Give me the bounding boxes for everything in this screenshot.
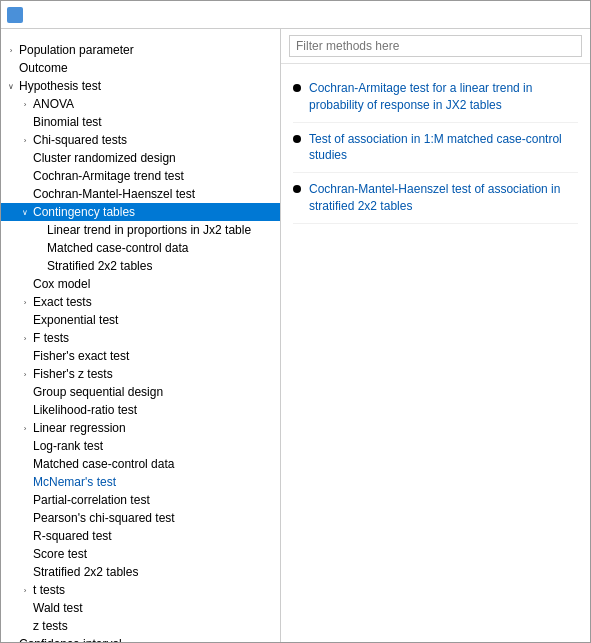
toggle-icon-r-squared-test [19,530,31,542]
tree-label-log-rank-test: Log-rank test [33,439,103,453]
result-dot [293,185,301,193]
toggle-icon-mcnemars-test [19,476,31,488]
titlebar-left [7,7,29,23]
tree-label-partial-correlation-test: Partial-correlation test [33,493,150,507]
toggle-icon-binomial-test [19,116,31,128]
tree-item-binomial-test[interactable]: Binomial test [1,113,280,131]
tree-label-pearsons-chi-squared-test: Pearson's chi-squared test [33,511,175,525]
tree-item-matched-case-control-data[interactable]: Matched case-control data [1,455,280,473]
tree-item-pearsons-chi-squared-test[interactable]: Pearson's chi-squared test [1,509,280,527]
tree-item-partial-correlation-test[interactable]: Partial-correlation test [1,491,280,509]
tree-label-mcnemars-test: McNemar's test [33,475,116,489]
tree-label-chi-squared-tests: Chi-squared tests [33,133,127,147]
left-panel: ›Population parameterOutcome∨Hypothesis … [1,29,281,642]
tree-item-confidence-interval[interactable]: ›Confidence interval [1,635,280,642]
toggle-icon-partial-correlation-test [19,494,31,506]
toggle-icon-t-tests: › [19,584,31,596]
result-item-result-3: Cochran-Mantel-Haenszel test of associat… [293,173,578,224]
methods-header [1,29,280,41]
toggle-icon-stratified-2x2-tables [33,260,45,272]
tree-item-chi-squared-tests[interactable]: ›Chi-squared tests [1,131,280,149]
tree-item-exponential-test[interactable]: Exponential test [1,311,280,329]
close-button[interactable] [564,6,584,24]
toggle-icon-anova: › [19,98,31,110]
tree-item-group-sequential-design[interactable]: Group sequential design [1,383,280,401]
filter-bar [281,29,590,64]
tree-label-fishers-z-tests: Fisher's z tests [33,367,113,381]
toggle-icon-matched-case-control-data [19,458,31,470]
tree-item-r-squared-test[interactable]: R-squared test [1,527,280,545]
tree-label-exponential-test: Exponential test [33,313,118,327]
tree-item-cochran-mantel-haenszel-test[interactable]: Cochran-Mantel-Haenszel test [1,185,280,203]
tree-item-hypothesis-test[interactable]: ∨Hypothesis test [1,77,280,95]
toggle-icon-wald-test [19,602,31,614]
result-dot [293,84,301,92]
tree-label-population-parameter: Population parameter [19,43,134,57]
tree-item-log-rank-test[interactable]: Log-rank test [1,437,280,455]
tree-item-fishers-exact-test[interactable]: Fisher's exact test [1,347,280,365]
tree-item-cox-model[interactable]: Cox model [1,275,280,293]
tree-label-likelihood-ratio-test: Likelihood-ratio test [33,403,137,417]
toggle-icon-hypothesis-test: ∨ [5,80,17,92]
tree-item-exact-tests[interactable]: ›Exact tests [1,293,280,311]
tree-label-anova: ANOVA [33,97,74,111]
toggle-icon-f-tests: › [19,332,31,344]
tree-label-z-tests: z tests [33,619,68,633]
toggle-icon-exponential-test [19,314,31,326]
tree-item-cluster-randomized-design[interactable]: Cluster randomized design [1,149,280,167]
content-area: ›Population parameterOutcome∨Hypothesis … [1,29,590,642]
filter-input[interactable] [289,35,582,57]
tree-item-linear-regression[interactable]: ›Linear regression [1,419,280,437]
result-text-result-3[interactable]: Cochran-Mantel-Haenszel test of associat… [309,181,578,215]
results-panel: Cochran-Armitage test for a linear trend… [281,64,590,642]
tree-item-matched-case-control[interactable]: Matched case-control data [1,239,280,257]
tree-item-contingency-tables[interactable]: ∨Contingency tables [1,203,280,221]
tree-label-stratified-2x2-tables: Stratified 2x2 tables [47,259,152,273]
tree-item-anova[interactable]: ›ANOVA [1,95,280,113]
tree-item-linear-trend-proportions[interactable]: Linear trend in proportions in Jx2 table [1,221,280,239]
toggle-icon-z-tests [19,620,31,632]
tree-item-population-parameter[interactable]: ›Population parameter [1,41,280,59]
toggle-icon-fishers-z-tests: › [19,368,31,380]
tree-item-mcnemars-test[interactable]: McNemar's test [1,473,280,491]
tree-item-likelihood-ratio-test[interactable]: Likelihood-ratio test [1,401,280,419]
result-item-result-2: Test of association in 1:M matched case-… [293,123,578,174]
toggle-icon-fishers-exact-test [19,350,31,362]
tree-label-hypothesis-test: Hypothesis test [19,79,101,93]
right-panel: Cochran-Armitage test for a linear trend… [281,29,590,642]
tree-item-z-tests[interactable]: z tests [1,617,280,635]
tree-item-f-tests[interactable]: ›F tests [1,329,280,347]
tree-item-wald-test[interactable]: Wald test [1,599,280,617]
tree-label-matched-case-control-data: Matched case-control data [33,457,174,471]
tree-item-score-test[interactable]: Score test [1,545,280,563]
tree-item-stratified-2x2-tables-2[interactable]: Stratified 2x2 tables [1,563,280,581]
maximize-button[interactable] [542,6,562,24]
result-dot [293,135,301,143]
tree-label-confidence-interval: Confidence interval [19,637,122,642]
tree-label-fishers-exact-test: Fisher's exact test [33,349,129,363]
tree-item-fishers-z-tests[interactable]: ›Fisher's z tests [1,365,280,383]
tree-label-exact-tests: Exact tests [33,295,92,309]
tree-label-cluster-randomized-design: Cluster randomized design [33,151,176,165]
toggle-icon-score-test [19,548,31,560]
toggle-icon-cochran-mantel-haenszel-test [19,188,31,200]
tree-item-t-tests[interactable]: ›t tests [1,581,280,599]
result-text-result-1[interactable]: Cochran-Armitage test for a linear trend… [309,80,578,114]
toggle-icon-contingency-tables: ∨ [19,206,31,218]
tree-item-cochran-armitage-trend-test[interactable]: Cochran-Armitage trend test [1,167,280,185]
toggle-icon-cluster-randomized-design [19,152,31,164]
toggle-icon-pearsons-chi-squared-test [19,512,31,524]
toggle-icon-log-rank-test [19,440,31,452]
tree-label-f-tests: F tests [33,331,69,345]
tree-label-wald-test: Wald test [33,601,83,615]
tree-label-matched-case-control: Matched case-control data [47,241,188,255]
window-controls [520,6,584,24]
tree-label-stratified-2x2-tables-2: Stratified 2x2 tables [33,565,138,579]
minimize-button[interactable] [520,6,540,24]
tree-item-outcome[interactable]: Outcome [1,59,280,77]
toggle-icon-exact-tests: › [19,296,31,308]
tree-item-stratified-2x2-tables[interactable]: Stratified 2x2 tables [1,257,280,275]
tree-label-linear-trend-proportions: Linear trend in proportions in Jx2 table [47,223,251,237]
result-text-result-2[interactable]: Test of association in 1:M matched case-… [309,131,578,165]
toggle-icon-linear-regression: › [19,422,31,434]
